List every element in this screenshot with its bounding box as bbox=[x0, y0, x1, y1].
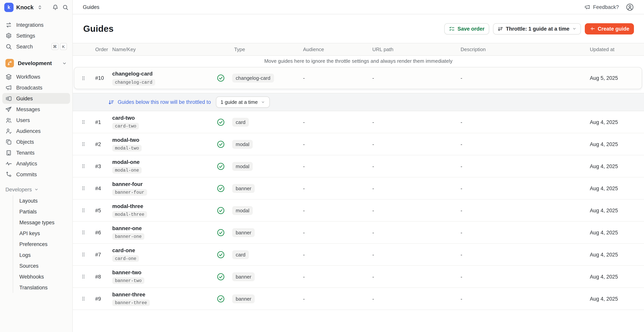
guide-row[interactable]: #7 card-one card-one card - - - Aug 4, 2… bbox=[73, 244, 644, 266]
guide-row[interactable]: #4 banner-four banner-four banner - - - … bbox=[73, 177, 644, 199]
guide-updated-at: Aug 4, 2025 bbox=[573, 207, 644, 213]
guide-key-badge: banner-two bbox=[112, 277, 144, 284]
throttle-divider-row: Guides below this row will be throttled … bbox=[73, 93, 644, 111]
sidebar-item-api-keys[interactable]: API keys bbox=[19, 228, 70, 239]
guide-row[interactable]: #6 banner-one banner-one banner - - - Au… bbox=[73, 222, 644, 244]
sidebar-item-settings[interactable]: Settings bbox=[2, 30, 70, 41]
workspace-switcher[interactable]: k Knock bbox=[0, 0, 72, 14]
sidebar-item-partials[interactable]: Partials bbox=[19, 206, 70, 217]
guide-row[interactable]: #9 banner-three banner-three banner - - … bbox=[73, 288, 644, 310]
search-icon[interactable] bbox=[62, 4, 68, 10]
building-icon bbox=[6, 149, 12, 156]
sidebar-item-commits[interactable]: Commits bbox=[2, 169, 70, 180]
sidebar-item-messages[interactable]: Messages bbox=[2, 104, 70, 115]
drag-handle-icon[interactable] bbox=[81, 230, 93, 235]
guide-audience: - bbox=[298, 119, 368, 125]
sidebar-item-layouts[interactable]: Layouts bbox=[19, 195, 70, 206]
guide-key-badge: card-two bbox=[112, 123, 139, 129]
drag-handle-icon[interactable] bbox=[81, 163, 93, 169]
active-check-icon bbox=[217, 206, 232, 214]
guide-url-path: - bbox=[368, 163, 453, 169]
guide-audience: - bbox=[298, 274, 368, 279]
col-header-order: Order bbox=[93, 47, 112, 52]
guide-name-key: card-one card-one bbox=[112, 247, 217, 262]
guides-table: Order Name/Key Type Audience URL path De… bbox=[73, 43, 644, 310]
drag-handle-icon[interactable] bbox=[81, 186, 93, 191]
sidebar-item-sources[interactable]: Sources bbox=[19, 260, 70, 271]
guide-order: #7 bbox=[93, 252, 112, 257]
throttle-inline-dropdown[interactable]: 1 guide at a time bbox=[216, 97, 270, 108]
throttle-divider-text: Guides below this row will be throttled … bbox=[118, 99, 211, 105]
sidebar-item-analytics[interactable]: Analytics bbox=[2, 158, 70, 169]
guide-audience: - bbox=[298, 185, 368, 191]
guide-description: - bbox=[453, 75, 573, 81]
guide-audience: - bbox=[298, 207, 368, 213]
drag-handle-icon[interactable] bbox=[81, 119, 93, 125]
sidebar-item-message-types[interactable]: Message types bbox=[19, 217, 70, 228]
sidebar-nav: Integrations Settings Search ⌘ K bbox=[0, 14, 72, 293]
chevron-down-icon bbox=[34, 187, 39, 192]
sidebar-item-translations[interactable]: Translations bbox=[19, 282, 70, 293]
drag-handle-icon[interactable] bbox=[81, 252, 93, 257]
chevrons-up-down-icon[interactable] bbox=[37, 5, 42, 10]
drag-handle-icon[interactable] bbox=[81, 296, 93, 301]
guide-row[interactable]: #2 modal-two modal-two modal - - - Aug 4… bbox=[73, 133, 644, 155]
drag-handle-icon[interactable] bbox=[81, 274, 93, 279]
unthrottled-dropzone: Move guides here to ignore the throttle … bbox=[73, 56, 644, 93]
guide-type-badge: banner bbox=[232, 272, 255, 281]
table-header-row: Order Name/Key Type Audience URL path De… bbox=[73, 43, 644, 56]
guide-type: banner bbox=[232, 184, 298, 193]
notifications-bell-icon[interactable] bbox=[52, 4, 58, 10]
developers-section-toggle[interactable]: Developers bbox=[2, 184, 70, 194]
sidebar-item-audiences[interactable]: Audiences bbox=[2, 126, 70, 136]
sidebar-item-broadcasts[interactable]: Broadcasts bbox=[2, 82, 70, 93]
guide-row[interactable]: #1 card-two card-two card - - - Aug 4, 2… bbox=[73, 111, 644, 133]
guide-url-path: - bbox=[368, 252, 453, 257]
guide-row[interactable]: #3 modal-one modal-one modal - - - Aug 4… bbox=[73, 155, 644, 177]
guide-row[interactable]: #10 changelog-card changelog-card change… bbox=[74, 67, 642, 89]
sidebar-item-objects[interactable]: Objects bbox=[2, 136, 70, 147]
guide-type: banner bbox=[232, 272, 298, 281]
sidebar-item-guides[interactable]: Guides bbox=[2, 93, 70, 104]
guide-type-badge: banner bbox=[232, 184, 255, 193]
active-check-icon bbox=[217, 140, 232, 148]
send-plane-icon bbox=[6, 106, 12, 113]
sidebar-item-users[interactable]: Users bbox=[2, 115, 70, 126]
sidebar: k Knock Integrations bbox=[0, 0, 73, 332]
sidebar-item-webhooks[interactable]: Webhooks bbox=[19, 271, 70, 282]
cmd-keycap: ⌘ bbox=[51, 43, 58, 50]
k-keycap: K bbox=[60, 43, 67, 50]
sort-descending-icon bbox=[108, 99, 114, 105]
main-area: Guides Feedback? Guides Save order bbox=[73, 0, 644, 332]
sidebar-item-integrations[interactable]: Integrations bbox=[2, 19, 70, 30]
active-check-icon bbox=[217, 118, 232, 126]
drag-handle-icon[interactable] bbox=[81, 141, 93, 147]
megaphone-icon bbox=[6, 84, 12, 91]
guide-type-badge: changelog-card bbox=[232, 74, 274, 83]
sidebar-item-preferences[interactable]: Preferences bbox=[19, 239, 70, 249]
guide-key-badge: banner-one bbox=[112, 233, 144, 240]
guide-row[interactable]: #5 modal-three modal-three modal - - - A… bbox=[73, 199, 644, 222]
sidebar-item-tenants[interactable]: Tenants bbox=[2, 147, 70, 158]
guide-name-key: banner-four banner-four bbox=[112, 181, 217, 196]
developers-subnav: LayoutsPartialsMessage typesAPI keysPref… bbox=[13, 195, 70, 293]
gear-icon bbox=[6, 32, 12, 39]
dropzone-hint: Move guides here to ignore the throttle … bbox=[73, 56, 644, 66]
save-order-button[interactable]: Save order bbox=[444, 23, 489, 34]
sidebar-item-logs[interactable]: Logs bbox=[19, 249, 70, 260]
drag-handle-icon[interactable] bbox=[81, 75, 93, 81]
feedback-button[interactable]: Feedback? bbox=[584, 4, 619, 10]
user-avatar-button[interactable] bbox=[626, 3, 634, 11]
drag-handle-icon[interactable] bbox=[81, 208, 93, 213]
sidebar-item-search[interactable]: Search ⌘ K bbox=[2, 41, 70, 52]
col-header-audience: Audience bbox=[298, 47, 368, 52]
guide-name: modal-one bbox=[112, 159, 217, 165]
environment-switcher[interactable]: Development bbox=[2, 57, 70, 69]
sidebar-item-workflows[interactable]: Workflows bbox=[2, 71, 70, 82]
users-icon bbox=[6, 117, 12, 123]
guide-description: - bbox=[453, 229, 573, 235]
guide-row[interactable]: #8 banner-two banner-two banner - - - Au… bbox=[73, 266, 644, 288]
create-guide-button[interactable]: Create guide bbox=[585, 23, 634, 34]
guide-audience: - bbox=[298, 141, 368, 147]
throttle-dropdown-button[interactable]: Throttle: 1 guide at a time bbox=[493, 23, 581, 34]
